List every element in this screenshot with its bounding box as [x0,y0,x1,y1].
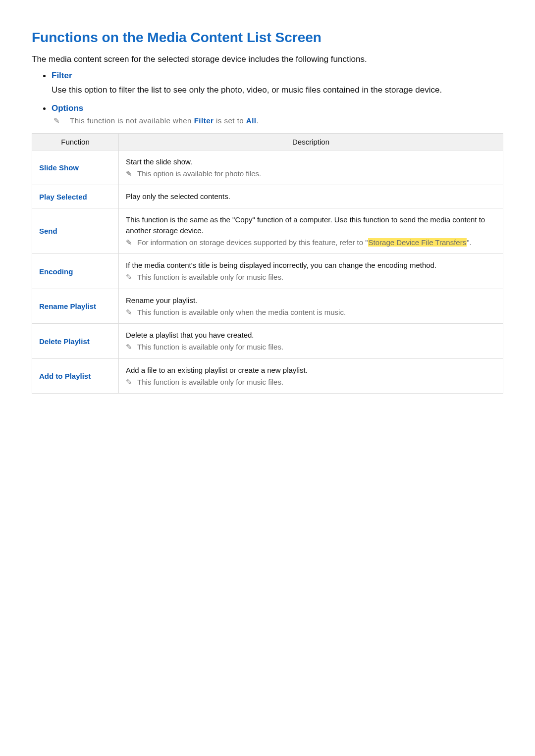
fn-slide-show: Slide Show [32,150,119,185]
desc-note-text: For information on storage devices suppo… [137,237,496,248]
desc-note: ✎ This function is available only for mu… [126,272,496,283]
note-highlight-link[interactable]: Storage Device File Transfers [368,238,467,247]
desc-main: Add a file to an existing playlist or cr… [126,365,496,376]
pencil-icon: ✎ [54,116,60,125]
desc-main: Play only the selected contents. [126,191,496,202]
bullet-options-note: ✎ This function is not available when Fi… [52,116,503,125]
note-kw-all: All [246,116,257,125]
desc-encoding: If the media content's title is being di… [119,254,503,289]
bullet-filter: Filter Use this option to filter the lis… [52,70,503,96]
note-mid: is set to [214,116,246,125]
fn-send: Send [32,208,119,254]
desc-main: Rename your playlist. [126,295,496,306]
table-row: Delete Playlist Delete a playlist that y… [32,324,503,359]
fn-delete-playlist: Delete Playlist [32,324,119,359]
fn-add-to-playlist: Add to Playlist [32,358,119,394]
note-post: ". [467,238,472,247]
fn-play-selected: Play Selected [32,185,119,208]
pencil-icon: ✎ [126,342,132,353]
table-header-row: Function Description [32,133,503,150]
fn-encoding: Encoding [32,254,119,289]
bullet-filter-desc: Use this option to filter the list to se… [52,85,503,96]
intro-text: The media content screen for the selecte… [32,54,503,64]
bullet-options-label: Options [52,103,83,113]
desc-delete-playlist: Delete a playlist that you have created.… [119,324,503,359]
pencil-icon: ✎ [126,307,132,318]
fn-rename-playlist: Rename Playlist [32,289,119,324]
desc-note: ✎ For information on storage devices sup… [126,237,496,248]
desc-send: This function is the same as the "Copy" … [119,208,503,254]
note-post: . [257,116,259,125]
table-row: Slide Show Start the slide show. ✎ This … [32,150,503,185]
pencil-icon: ✎ [126,377,132,388]
note-kw-filter: Filter [194,116,214,125]
desc-main: If the media content's title is being di… [126,260,496,271]
desc-main: Start the slide show. [126,156,496,167]
th-function: Function [32,133,119,150]
table-row: Encoding If the media content's title is… [32,254,503,289]
bullet-filter-label: Filter [52,71,72,80]
bullet-options: Options ✎ This function is not available… [52,103,503,125]
desc-add-to-playlist: Add a file to an existing playlist or cr… [119,358,503,394]
pencil-icon: ✎ [126,272,132,283]
desc-rename-playlist: Rename your playlist. ✎ This function is… [119,289,503,324]
pencil-icon: ✎ [126,237,132,248]
desc-main: This function is the same as the "Copy" … [126,214,496,236]
desc-note: ✎ This function is available only for mu… [126,377,496,388]
desc-slide-show: Start the slide show. ✎ This option is a… [119,150,503,185]
bullet-options-note-text: This function is not available when Filt… [70,116,259,125]
desc-note-text: This function is available only for musi… [137,342,496,353]
th-description: Description [119,133,503,150]
table-row: Send This function is the same as the "C… [32,208,503,254]
pencil-icon: ✎ [126,168,132,179]
desc-note: ✎ This option is available for photo fil… [126,168,496,179]
desc-note: ✎ This function is available only when t… [126,307,496,318]
desc-play-selected: Play only the selected contents. [119,185,503,208]
note-pre: This function is not available when [70,116,194,125]
desc-main: Delete a playlist that you have created. [126,330,496,341]
desc-note-text: This function is available only when the… [137,307,496,318]
desc-note-text: This function is available only for musi… [137,377,496,388]
desc-note: ✎ This function is available only for mu… [126,342,496,353]
table-row: Play Selected Play only the selected con… [32,185,503,208]
table-row: Rename Playlist Rename your playlist. ✎ … [32,289,503,324]
page-title: Functions on the Media Content List Scre… [32,30,503,46]
functions-table: Function Description Slide Show Start th… [32,133,503,394]
desc-note-text: This option is available for photo files… [137,168,496,179]
note-pre: For information on storage devices suppo… [137,238,368,247]
table-row: Add to Playlist Add a file to an existin… [32,358,503,394]
desc-note-text: This function is available only for musi… [137,272,496,283]
